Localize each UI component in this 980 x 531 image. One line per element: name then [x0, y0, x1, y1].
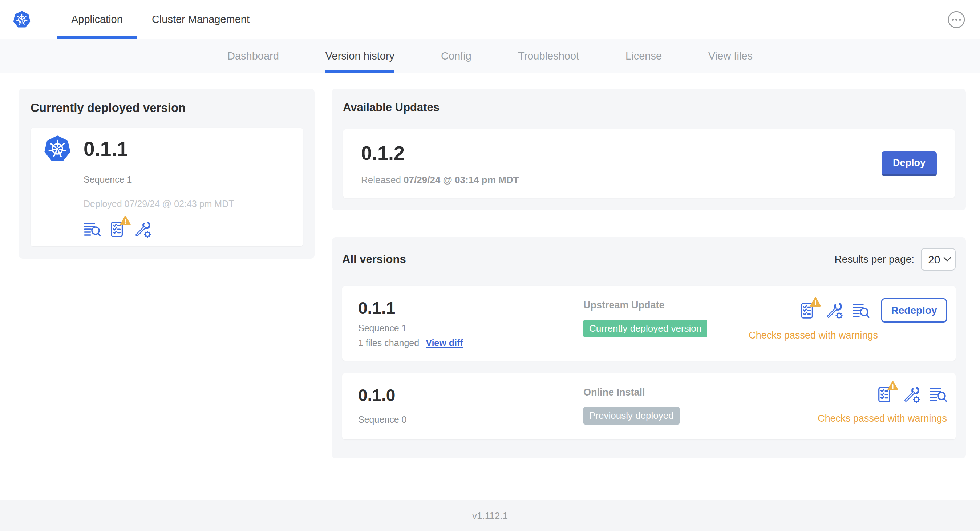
- currently-deployed-inner-card: 0.1.1 Sequence 1 Deployed 07/29/24 @ 02:…: [30, 128, 303, 246]
- logs-search-icon: [929, 386, 947, 403]
- config-wrench-icon: [903, 386, 920, 403]
- version-row: 0.1.0 Sequence 0 Online Install Previous…: [342, 373, 956, 439]
- subtab-config[interactable]: Config: [441, 39, 471, 73]
- version-row-actions: Redeploy Checks passed with warnings: [749, 298, 947, 341]
- released-date: 07/29/24 @ 03:14 pm MDT: [404, 174, 519, 185]
- row-source-label: Upstream Update: [583, 298, 749, 311]
- warning-triangle-icon: [810, 297, 821, 307]
- tab-cluster-management-label: Cluster Management: [152, 13, 250, 25]
- deployed-sequence-label: Sequence 1: [84, 174, 291, 185]
- tab-application-label: Application: [71, 13, 123, 25]
- view-logs-button[interactable]: [84, 221, 101, 238]
- subtab-version-history[interactable]: Version history: [325, 39, 395, 73]
- view-logs-button[interactable]: [852, 302, 870, 319]
- overflow-menu-button[interactable]: [947, 11, 966, 29]
- preflight-checks-button[interactable]: [799, 302, 816, 320]
- all-versions-title: All versions: [342, 253, 406, 266]
- subtab-version-history-label: Version history: [325, 50, 395, 62]
- all-versions-card: All versions Results per page: 20: [332, 237, 966, 458]
- preflight-checks-button[interactable]: [877, 385, 893, 404]
- config-wrench-icon: [134, 221, 151, 238]
- subtab-dashboard-label: Dashboard: [228, 50, 279, 62]
- released-label: Released: [361, 174, 401, 185]
- deployed-timestamp: Deployed 07/29/24 @ 02:43 pm MDT: [84, 199, 291, 209]
- version-row-info: 0.1.0 Sequence 0: [358, 385, 583, 425]
- subtab-troubleshoot[interactable]: Troubleshoot: [518, 39, 579, 73]
- tab-application[interactable]: Application: [57, 0, 137, 39]
- subtab-dashboard[interactable]: Dashboard: [228, 39, 279, 73]
- app-kubernetes-icon: [43, 134, 72, 164]
- app-footer: v1.112.1: [0, 501, 980, 531]
- redeploy-button[interactable]: Redeploy: [881, 298, 947, 323]
- checks-status-link[interactable]: Checks passed with warnings: [818, 413, 947, 424]
- admin-console-page: Application Cluster Management Dashboard…: [0, 0, 980, 531]
- logs-search-icon: [852, 302, 870, 319]
- row-sequence: Sequence 0: [358, 414, 583, 425]
- files-changed-label: 1 files changed: [358, 338, 419, 348]
- config-wrench-icon: [825, 302, 843, 319]
- subtab-license[interactable]: License: [625, 39, 662, 73]
- right-column: Available Updates 0.1.2 Released 07/29/2…: [332, 89, 966, 458]
- deployed-version-actions: [84, 220, 291, 238]
- console-version: v1.112.1: [472, 510, 508, 521]
- tab-cluster-management[interactable]: Cluster Management: [137, 0, 264, 39]
- update-version-number: 0.1.2: [361, 141, 519, 164]
- subtab-config-label: Config: [441, 50, 471, 62]
- currently-deployed-card: Currently deployed version 0.1.1 Sequenc…: [19, 89, 315, 259]
- version-row-source: Upstream Update Currently deployed versi…: [583, 298, 749, 337]
- view-logs-button[interactable]: [929, 386, 947, 403]
- app-level-tabs: Application Cluster Management: [57, 0, 264, 39]
- deploy-button[interactable]: Deploy: [881, 151, 937, 176]
- available-updates-title: Available Updates: [343, 101, 955, 114]
- top-bar: Application Cluster Management: [0, 0, 980, 39]
- update-released-line: Released 07/29/24 @ 03:14 pm MDT: [361, 174, 519, 186]
- status-badge-current: Currently deployed version: [583, 320, 707, 337]
- results-per-page-select[interactable]: 20: [921, 248, 956, 270]
- status-badge-previous: Previously deployed: [583, 407, 679, 424]
- app-subnav: Dashboard Version history Config Trouble…: [0, 39, 980, 73]
- row-version-number: 0.1.1: [358, 298, 583, 318]
- warning-triangle-icon: [120, 216, 131, 226]
- subtab-license-label: License: [625, 50, 662, 62]
- available-update-row: 0.1.2 Released 07/29/24 @ 03:14 pm MDT D…: [343, 129, 955, 198]
- results-per-page: Results per page: 20: [835, 248, 956, 270]
- row-version-number: 0.1.0: [358, 385, 583, 405]
- subtab-troubleshoot-label: Troubleshoot: [518, 50, 579, 62]
- edit-config-button[interactable]: [825, 302, 843, 319]
- ellipsis-icon: [947, 11, 966, 29]
- currently-deployed-title: Currently deployed version: [30, 101, 303, 115]
- edit-config-button[interactable]: [134, 221, 151, 238]
- version-row-info: 0.1.1 Sequence 1 1 files changed View di…: [358, 298, 583, 348]
- row-files-changed: 1 files changed View diff: [358, 338, 583, 348]
- version-row: 0.1.1 Sequence 1 1 files changed View di…: [342, 286, 956, 361]
- deployed-version-number: 0.1.1: [84, 137, 128, 161]
- version-row-source: Online Install Previously deployed: [583, 385, 818, 424]
- view-diff-link[interactable]: View diff: [426, 338, 463, 348]
- row-sequence: Sequence 1: [358, 323, 583, 334]
- version-row-actions: Checks passed with warnings: [818, 385, 947, 424]
- checks-status-link[interactable]: Checks passed with warnings: [749, 330, 878, 341]
- logs-search-icon: [84, 221, 101, 238]
- warning-triangle-icon: [888, 381, 898, 391]
- available-updates-card: Available Updates 0.1.2 Released 07/29/2…: [332, 89, 966, 210]
- kubernetes-logo-icon: [12, 10, 31, 29]
- all-versions-header: All versions Results per page: 20: [342, 248, 956, 270]
- edit-config-button[interactable]: [903, 386, 920, 403]
- subtab-view-files[interactable]: View files: [708, 39, 752, 73]
- preflight-checks-button[interactable]: [109, 220, 126, 238]
- main-content: Currently deployed version 0.1.1 Sequenc…: [0, 73, 980, 501]
- subtab-view-files-label: View files: [708, 50, 752, 62]
- results-per-page-label: Results per page:: [835, 253, 914, 265]
- row-source-label: Online Install: [583, 385, 818, 398]
